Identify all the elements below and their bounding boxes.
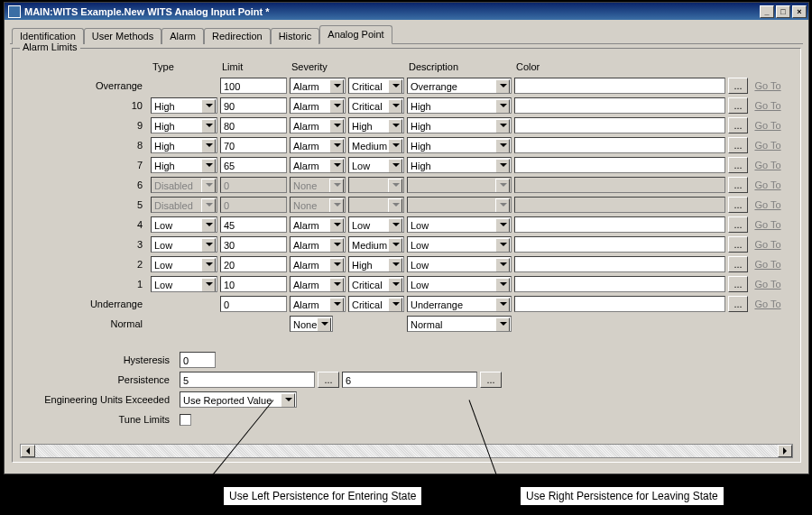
limit-input[interactable]: 0 [220, 197, 287, 213]
limit-input[interactable]: 10 [220, 276, 287, 292]
severity2-select[interactable]: High [348, 117, 404, 133]
color-input[interactable] [514, 256, 725, 272]
type-select[interactable]: Low [151, 276, 217, 292]
type-select[interactable]: High [151, 117, 217, 133]
goto-link[interactable]: Go To [751, 117, 785, 133]
severity2-select[interactable]: Medium [348, 137, 404, 153]
color-input[interactable] [514, 78, 725, 94]
severity-select[interactable]: Alarm [290, 296, 346, 312]
scroll-left-button[interactable] [21, 445, 35, 457]
tab-analog-point[interactable]: Analog Point [319, 25, 392, 44]
severity2-select[interactable]: High [348, 256, 404, 272]
type-select[interactable]: Low [151, 236, 217, 253]
goto-link[interactable]: Go To [751, 276, 785, 292]
description-select[interactable]: High [407, 117, 512, 133]
severity-select[interactable]: Alarm [290, 117, 346, 133]
close-button[interactable]: × [792, 5, 807, 18]
description-select[interactable] [407, 177, 512, 193]
type-select[interactable]: High [151, 157, 217, 173]
description-select[interactable]: Low [407, 216, 512, 233]
severity2-select[interactable]: Critical [348, 97, 404, 114]
description-select[interactable]: Low [407, 236, 512, 253]
goto-link[interactable]: Go To [751, 236, 785, 253]
limit-input[interactable]: 100 [220, 78, 287, 94]
limit-input[interactable]: 70 [220, 137, 287, 153]
severity2-select[interactable] [348, 197, 404, 213]
goto-link[interactable]: Go To [751, 97, 785, 114]
severity-select[interactable]: Alarm [290, 78, 346, 94]
color-browse[interactable]: ... [728, 97, 748, 114]
scroll-right-button[interactable] [778, 445, 792, 457]
severity-select[interactable]: None [290, 197, 346, 213]
description-select[interactable]: High [407, 157, 512, 173]
goto-link[interactable]: Go To [751, 157, 785, 173]
hysteresis-input[interactable]: 0 [180, 352, 216, 368]
goto-link[interactable]: Go To [751, 296, 785, 312]
color-input[interactable] [514, 197, 725, 213]
severity-select[interactable]: Alarm [290, 236, 346, 253]
color-browse[interactable]: ... [728, 236, 748, 253]
severity2-select[interactable]: Low [348, 157, 404, 173]
color-browse[interactable]: ... [728, 296, 748, 312]
description-select[interactable]: Underrange [407, 296, 512, 312]
persistence-right-browse[interactable]: ... [480, 372, 502, 388]
severity2-select[interactable] [348, 177, 404, 193]
severity-select[interactable]: Alarm [290, 137, 346, 153]
goto-link[interactable]: Go To [751, 78, 785, 94]
color-browse[interactable]: ... [728, 256, 748, 272]
color-browse[interactable]: ... [728, 197, 748, 213]
limit-input[interactable]: 0 [220, 177, 287, 193]
goto-link[interactable]: Go To [751, 137, 785, 153]
type-select[interactable]: Low [151, 216, 217, 233]
description-select[interactable]: Low [407, 276, 512, 292]
persistence-right-input[interactable]: 6 [342, 372, 477, 388]
color-input[interactable] [514, 216, 725, 233]
tab-redirection[interactable]: Redirection [204, 28, 271, 44]
type-select[interactable]: High [151, 137, 217, 153]
color-browse[interactable]: ... [728, 216, 748, 233]
limit-input[interactable]: 20 [220, 256, 287, 272]
severity-select[interactable]: None [290, 316, 333, 332]
severity2-select[interactable]: Critical [348, 78, 404, 94]
description-select[interactable]: Normal [407, 316, 512, 332]
color-input[interactable] [514, 157, 725, 173]
tab-historic[interactable]: Historic [271, 28, 320, 44]
tune-limits-checkbox[interactable] [180, 414, 191, 426]
minimize-button[interactable]: _ [760, 5, 774, 18]
color-browse[interactable]: ... [728, 157, 748, 173]
description-select[interactable] [407, 197, 512, 213]
color-browse[interactable]: ... [728, 276, 748, 292]
limit-input[interactable]: 45 [220, 216, 287, 233]
color-input[interactable] [514, 296, 725, 312]
goto-link[interactable]: Go To [751, 216, 785, 233]
goto-link[interactable]: Go To [751, 256, 785, 272]
description-select[interactable]: High [407, 137, 512, 153]
type-select[interactable]: High [151, 97, 217, 114]
horizontal-scrollbar[interactable] [20, 444, 793, 458]
severity2-select[interactable]: Critical [348, 296, 404, 312]
severity2-select[interactable]: Low [348, 216, 404, 233]
severity-select[interactable]: Alarm [290, 216, 346, 233]
severity-select[interactable]: Alarm [290, 276, 346, 292]
limit-input[interactable]: 90 [220, 97, 287, 114]
color-input[interactable] [514, 276, 725, 292]
severity-select[interactable]: Alarm [290, 256, 346, 272]
limit-input[interactable]: 0 [220, 296, 287, 312]
scroll-track[interactable] [35, 445, 778, 457]
limit-input[interactable]: 30 [220, 236, 287, 253]
limit-input[interactable]: 65 [220, 157, 287, 173]
color-input[interactable] [514, 236, 725, 253]
description-select[interactable]: High [407, 97, 512, 114]
description-select[interactable]: Overrange [407, 78, 512, 94]
type-select[interactable]: Low [151, 256, 217, 272]
persistence-left-browse[interactable]: ... [318, 372, 339, 388]
eue-select[interactable]: Use Reported Value [180, 391, 297, 408]
severity-select[interactable]: None [290, 177, 346, 193]
color-browse[interactable]: ... [728, 137, 748, 153]
color-browse[interactable]: ... [728, 78, 748, 94]
limit-input[interactable]: 80 [220, 117, 287, 133]
tab-alarm[interactable]: Alarm [161, 28, 204, 44]
type-select[interactable]: Disabled [151, 197, 217, 213]
color-browse[interactable]: ... [728, 117, 748, 133]
severity-select[interactable]: Alarm [290, 97, 346, 114]
